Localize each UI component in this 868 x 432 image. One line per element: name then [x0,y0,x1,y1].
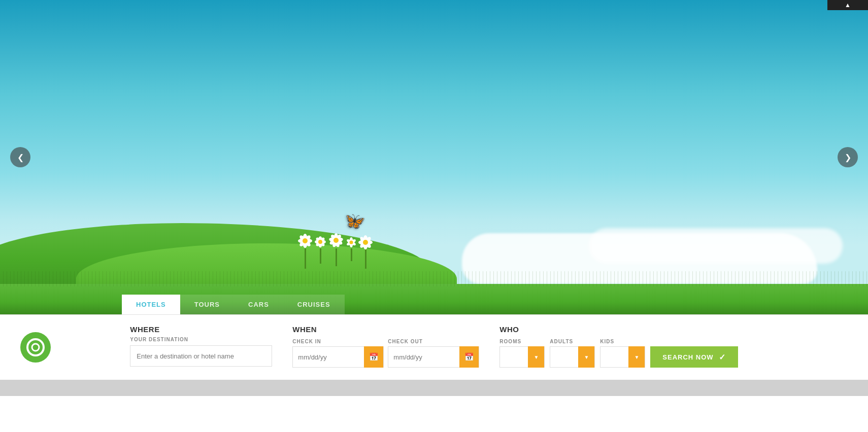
dropdown-icon: ▼ [533,354,539,360]
tab-cruises[interactable]: CRUISES [283,295,345,314]
calendar-icon-2: 📅 [464,352,474,362]
dropdown-icon-2: ▼ [584,354,589,360]
who-section: Who ROOMS 1 ▼ ADULTS 1 ▼ [499,325,738,368]
checkout-input[interactable] [388,347,459,367]
search-tabs: HOTELS TOURS CARS CRUISES [122,295,345,314]
destination-input[interactable] [130,345,272,367]
dropdown-icon-3: ▼ [634,354,639,360]
kids-dropdown-button[interactable]: ▼ [628,346,645,368]
checkout-calendar-button[interactable]: 📅 [459,346,479,368]
adults-stepper: 1 ▼ [550,346,595,368]
search-button-label: SEARCH NOW [662,353,713,361]
rooms-input[interactable]: 1 [500,347,528,367]
tab-tours[interactable]: TOURS [180,295,234,314]
destination-field-label: YOUR DESTINATION [130,337,272,342]
logo [20,332,51,363]
grass-texture [0,271,868,286]
rooms-dropdown-button[interactable]: ▼ [528,346,544,368]
tab-hotels[interactable]: HOTELS [122,295,180,314]
bottom-bar [0,380,868,396]
checkin-calendar-button[interactable]: 📅 [364,346,383,368]
checkout-label: CHECK OUT [388,339,479,344]
where-section: Where YOUR DESTINATION [130,325,272,367]
svg-point-1 [32,344,39,351]
kids-field: KIDS 0 ▼ [600,339,645,368]
adults-label: ADULTS [550,339,595,344]
chevron-right-icon: ❯ [845,153,851,162]
top-indicator[interactable]: ▲ [827,0,868,10]
checkout-field: CHECK OUT 📅 [388,339,479,368]
hero-section: ▲ ❮ ❯ [0,0,868,314]
checkin-field: CHECK IN 📅 [292,339,384,368]
checkout-input-container: 📅 [388,346,479,368]
when-section: When CHECK IN 📅 CHECK OUT 📅 [292,325,479,368]
when-label: When [292,325,479,334]
adults-dropdown-button[interactable]: ▼ [578,346,594,368]
calendar-icon: 📅 [369,352,379,362]
search-button[interactable]: SEARCH NOW ✓ [650,346,738,368]
checkin-label: CHECK IN [292,339,384,344]
kids-label: KIDS [600,339,645,344]
adults-input[interactable]: 1 [550,347,578,367]
tab-cars[interactable]: CARS [234,295,283,314]
next-slide-button[interactable]: ❯ [838,147,858,167]
adults-field: ADULTS 1 ▼ [550,339,595,368]
search-panel: Where YOUR DESTINATION When CHECK IN 📅 C… [0,314,868,380]
who-label: Who [499,325,738,334]
rooms-label: ROOMS [499,339,545,344]
date-fields: CHECK IN 📅 CHECK OUT 📅 [292,339,479,368]
checkin-input[interactable] [293,347,364,367]
flowers-decoration [284,218,386,269]
butterfly-decoration: 🦋 [345,211,365,231]
kids-input[interactable]: 0 [600,347,628,367]
prev-slide-button[interactable]: ❮ [10,147,30,167]
cloud-decoration-2 [589,228,843,264]
checkin-input-container: 📅 [292,346,384,368]
where-label: Where [130,325,272,334]
rooms-stepper: 1 ▼ [499,346,545,368]
kids-stepper: 0 ▼ [600,346,645,368]
chevron-up-icon: ▲ [845,2,851,9]
svg-point-0 [27,339,44,355]
rooms-field: ROOMS 1 ▼ [499,339,545,368]
who-fields: ROOMS 1 ▼ ADULTS 1 ▼ [499,339,738,368]
check-icon: ✓ [719,352,726,362]
chevron-left-icon: ❮ [17,153,24,162]
